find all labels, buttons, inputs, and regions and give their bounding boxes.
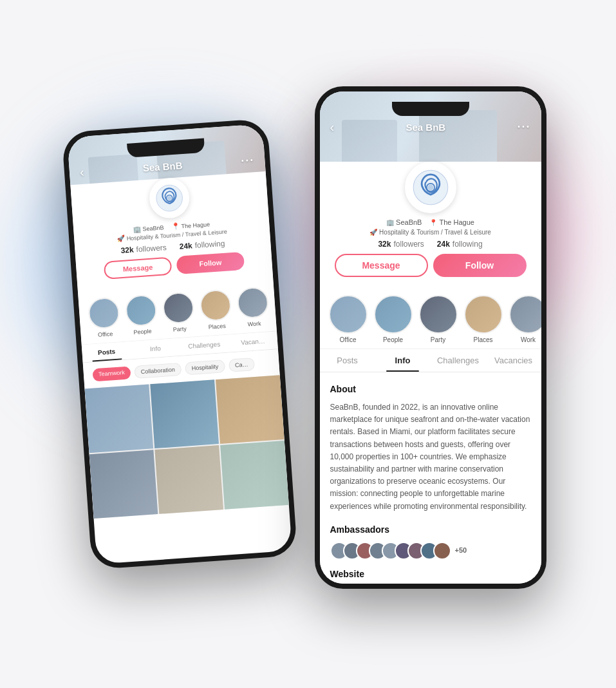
front-avatar (405, 162, 456, 213)
story-circle-work-back (236, 286, 269, 319)
tag-ca-back[interactable]: Ca… (228, 358, 255, 372)
tab-vacancies-back[interactable]: Vacan… (228, 331, 278, 352)
story-circle-office-front (329, 295, 368, 334)
story-label-people-front: People (383, 336, 403, 343)
story-circle-office-back (87, 296, 120, 329)
website-label: Website (330, 568, 531, 581)
front-profile-meta: 🏢 SeaBnB 📍 The Hague 🚀 Hospitality & Tou… (330, 218, 531, 236)
front-industry-row: 🚀 Hospitality & Tourism / Travel & Leisu… (369, 229, 491, 236)
story-circle-people-front (374, 295, 413, 334)
story-label-office-front: Office (340, 336, 357, 343)
story-item-party-back[interactable]: Party (162, 291, 195, 333)
front-location-item: 📍 The Hague (429, 218, 474, 226)
svg-point-3 (427, 185, 433, 191)
front-pin-icon: 📍 (429, 219, 437, 226)
story-item-office-back[interactable]: Office (87, 296, 120, 338)
story-item-work-back[interactable]: Work (236, 286, 270, 328)
back-pin-icon: 📍 (171, 223, 180, 231)
front-followers-stat: 32k followers (378, 240, 424, 249)
phone-back: ‹ Sea BnB ··· (61, 119, 297, 570)
tab-posts-back[interactable]: Posts (81, 341, 131, 362)
tab-info-back[interactable]: Info (130, 338, 180, 359)
front-company-item: 🏢 SeaBnB (386, 218, 422, 226)
front-tabs-row: Posts Info Challenges Vacancies (320, 349, 541, 372)
story-circle-party-front (419, 295, 458, 334)
back-message-button[interactable]: Message (103, 257, 172, 280)
front-rocket-icon: 🚀 (369, 229, 377, 236)
front-avatar-wrap (330, 162, 531, 213)
photo-cell-5[interactable] (154, 445, 223, 514)
story-item-places-front[interactable]: Places (464, 295, 503, 343)
phone-front-screen: ‹ Sea BnB ··· (320, 91, 541, 584)
story-label-places-back: Places (208, 323, 226, 330)
back-followers-stat: 32k followers (120, 243, 167, 255)
back-nav-dots[interactable]: ··· (240, 153, 254, 167)
back-building-icon: 🏢 (133, 225, 141, 233)
story-item-places-back[interactable]: Places (199, 289, 232, 330)
phones-container: ‹ Sea BnB ··· (57, 48, 559, 640)
story-label-office-back: Office (97, 330, 113, 338)
story-circle-party-back (162, 291, 194, 324)
story-item-people-back[interactable]: People (124, 294, 158, 336)
ambassador-9 (433, 542, 451, 560)
ambassadors-row: +50 (330, 542, 531, 560)
back-profile-section: 🏢 SeaBnB 📍 The Hague 🚀 Hospitality & Tou… (70, 171, 273, 294)
story-label-places-front: Places (473, 336, 492, 343)
story-item-party-front[interactable]: Party (419, 295, 458, 343)
front-followers-row: 32k followers 24k following (330, 240, 531, 249)
front-following-stat: 24k following (437, 240, 483, 249)
story-label-people-back: People (133, 328, 152, 336)
front-meta-row-1: 🏢 SeaBnB 📍 The Hague (386, 218, 474, 226)
phone-front: ‹ Sea BnB ··· (315, 86, 546, 589)
back-rocket-icon: 🚀 (117, 235, 125, 243)
about-title: About (330, 383, 531, 396)
ambassadors-title: Ambassadors (330, 523, 531, 537)
front-action-buttons: Message Follow (330, 254, 531, 277)
tab-vacancies-front[interactable]: Vacancies (486, 349, 541, 372)
front-top-nav: ‹ Sea BnB ··· (320, 120, 541, 135)
front-nav-title: Sea BnB (406, 122, 445, 133)
photo-cell-1[interactable] (84, 384, 153, 453)
about-body: SeaBnB, founded in 2022, is an innovativ… (330, 401, 531, 513)
tag-hospitality-back[interactable]: Hospitality (185, 359, 225, 375)
story-circle-places-front (464, 295, 503, 334)
story-item-people-front[interactable]: People (374, 295, 413, 343)
photo-cell-4[interactable] (89, 450, 158, 519)
tab-posts-front[interactable]: Posts (320, 349, 375, 372)
story-label-work-front: Work (521, 336, 536, 343)
story-circle-places-back (199, 289, 232, 321)
front-phone-notch (392, 102, 469, 116)
tab-challenges-back[interactable]: Challenges (179, 335, 229, 356)
front-profile-section: 🏢 SeaBnB 📍 The Hague 🚀 Hospitality & Tou… (320, 162, 541, 290)
tag-teamwork-back[interactable]: Teamwork (92, 366, 131, 381)
ambassador-count: +50 (455, 545, 467, 556)
tag-collaboration-back[interactable]: Collaboration (134, 363, 182, 379)
back-follow-button[interactable]: Follow (176, 252, 245, 274)
story-label-party-front: Party (431, 336, 445, 343)
story-circle-people-back (124, 294, 157, 327)
front-building-icon: 🏢 (386, 219, 394, 226)
front-stories-row: Office People Party Places Work (320, 290, 541, 349)
back-company-item: 🏢 SeaBnB (133, 224, 164, 233)
back-following-stat: 24k following (179, 239, 225, 251)
photo-cell-6[interactable] (220, 441, 289, 510)
tab-challenges-front[interactable]: Challenges (431, 349, 486, 372)
front-nav-dots[interactable]: ··· (517, 120, 530, 134)
front-nav-back-icon[interactable]: ‹ (330, 120, 335, 135)
tab-info-front[interactable]: Info (375, 349, 431, 372)
front-message-button[interactable]: Message (335, 254, 428, 277)
front-follow-button[interactable]: Follow (433, 254, 527, 277)
story-item-office-front[interactable]: Office (329, 295, 368, 343)
back-avatar (148, 177, 191, 219)
story-item-work-front[interactable]: Work (509, 295, 541, 343)
photo-cell-2[interactable] (150, 379, 219, 448)
back-photo-grid (84, 375, 288, 519)
story-circle-work-front (509, 295, 541, 334)
back-nav-back-icon[interactable]: ‹ (79, 165, 84, 180)
story-label-party-back: Party (173, 325, 187, 332)
phone-back-screen: ‹ Sea BnB ··· (67, 124, 292, 564)
photo-cell-3[interactable] (215, 375, 284, 444)
back-nav-title: Sea BnB (142, 160, 183, 173)
story-label-work-back: Work (247, 320, 261, 327)
front-info-content: About SeaBnB, founded in 2022, is an inn… (320, 372, 541, 584)
